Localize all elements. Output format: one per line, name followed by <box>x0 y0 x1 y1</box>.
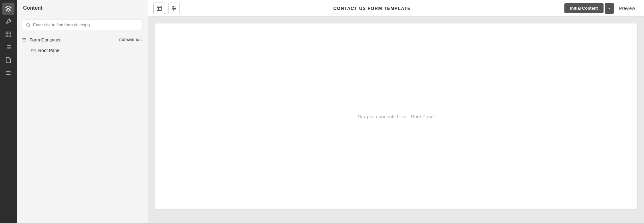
main-content: CONTACT US FORM TEMPLATE Initial Content… <box>148 0 644 223</box>
stack-icon[interactable] <box>2 67 14 79</box>
drop-placeholder: Drag components here - Root Panel <box>358 114 435 119</box>
icon-rail <box>0 0 17 223</box>
wrench-icon[interactable] <box>2 15 14 28</box>
form-container-row[interactable]: Form Container EXPAND ALL <box>19 35 145 45</box>
add-component-icon[interactable] <box>2 28 14 40</box>
settings-button[interactable] <box>168 3 180 14</box>
form-container-icon <box>22 37 27 42</box>
svg-point-18 <box>173 9 174 10</box>
root-panel-icon <box>31 48 36 53</box>
root-panel-row[interactable]: Root Panel <box>19 45 145 56</box>
svg-rect-3 <box>9 35 11 37</box>
toolbar-title: CONTACT US FORM TEMPLATE <box>184 6 561 11</box>
canvas-area: Drag components here - Root Panel <box>148 17 644 223</box>
canvas-frame[interactable]: Drag components here - Root Panel <box>155 23 638 210</box>
grid-icon[interactable] <box>2 41 14 53</box>
root-panel-label: Root Panel <box>38 48 60 53</box>
document-icon[interactable] <box>2 54 14 66</box>
toolbar-left <box>153 3 180 14</box>
view-toggle-button[interactable] <box>153 3 165 14</box>
sidebar: Content Form Container EXPAN <box>17 0 148 223</box>
expand-all-button[interactable]: EXPAND ALL <box>119 38 143 42</box>
svg-point-17 <box>175 8 176 9</box>
svg-point-5 <box>27 23 30 26</box>
svg-rect-2 <box>9 32 11 34</box>
svg-marker-0 <box>6 6 11 9</box>
search-box <box>22 20 143 30</box>
initial-content-dropdown-button[interactable] <box>605 3 614 14</box>
svg-line-6 <box>29 26 30 27</box>
search-wrapper <box>17 15 148 35</box>
sidebar-header: Content <box>17 0 148 15</box>
tree-section: Form Container EXPAND ALL Root Panel <box>17 35 148 56</box>
toolbar-right: Initial Content Preview <box>564 3 639 14</box>
search-icon <box>26 23 30 27</box>
toolbar: CONTACT US FORM TEMPLATE Initial Content… <box>148 0 644 17</box>
sidebar-header-label: Content <box>23 5 42 11</box>
svg-rect-1 <box>6 32 8 34</box>
svg-rect-4 <box>6 35 8 37</box>
svg-point-16 <box>173 6 174 7</box>
search-input[interactable] <box>33 22 139 27</box>
svg-rect-10 <box>31 49 35 52</box>
initial-content-button[interactable]: Initial Content <box>564 3 604 13</box>
layers-icon[interactable] <box>2 3 14 15</box>
svg-rect-12 <box>157 6 161 11</box>
form-container-label: Form Container <box>30 37 117 42</box>
preview-button[interactable]: Preview <box>615 3 639 13</box>
